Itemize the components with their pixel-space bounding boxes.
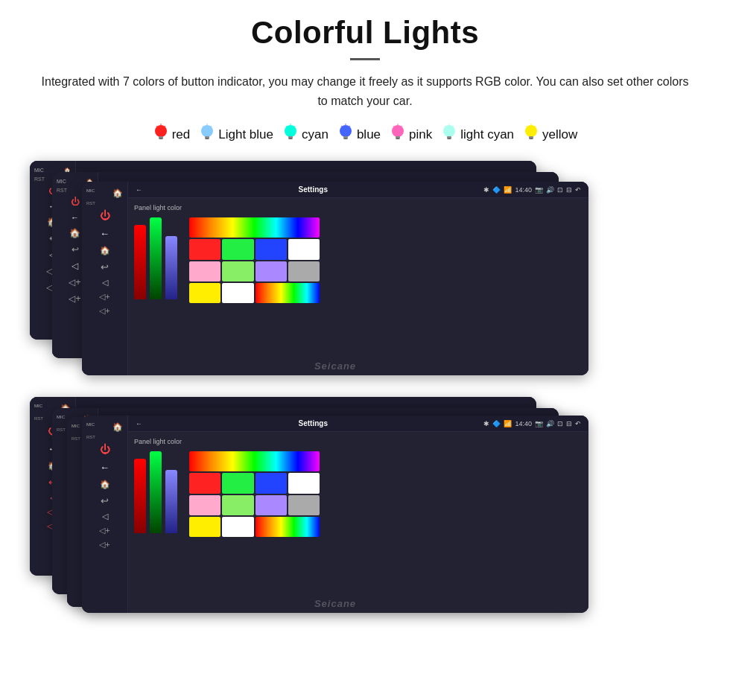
color-label-text-light-cyan: light cyan: [460, 127, 514, 142]
color-label-text-blue: blue: [357, 127, 381, 142]
color-label-text-Light-blue: Light blue: [218, 127, 273, 142]
top-screens-section: MIC🏠 RST ⏻ ← 🏠 ↩ ◁ ◁+ ◁+: [22, 161, 730, 377]
svg-rect-32: [448, 139, 451, 140]
bottom-panel-label: Panel light color: [134, 438, 583, 445]
page-title: Colorful Lights: [22, 15, 708, 51]
color-label-text-cyan: cyan: [302, 127, 328, 142]
bulb-icon-red: [153, 124, 169, 146]
bottom-screens-section: MIC🏠 RST ⏻ ← 🏠 ↩ ◁ ◁+ ◁+: [22, 393, 730, 613]
color-label-red: red: [153, 124, 191, 146]
color-bar-red: [134, 225, 146, 299]
bottom-topbar-title: Settings: [299, 419, 328, 427]
svg-rect-26: [396, 139, 400, 140]
header-divider: [350, 58, 380, 60]
color-label-text-yellow: yellow: [542, 127, 577, 142]
color-label-text-red: red: [172, 127, 191, 142]
color-label-text-pink: pink: [409, 127, 432, 142]
svg-rect-8: [206, 139, 209, 140]
color-label-light-cyan: light cyan: [441, 124, 514, 146]
device-time: 14:40: [515, 186, 532, 194]
bottom-screens-row: MIC🏠 RST ⏻ ← 🏠 ↩ ◁ ◁+ ◁+: [22, 393, 730, 613]
bulb-icon-pink: [390, 124, 406, 146]
svg-rect-20: [343, 139, 347, 140]
header-description: Integrated with 7 colors of button indic…: [41, 72, 689, 110]
svg-rect-14: [288, 139, 292, 140]
bulb-icon-light-cyan: [441, 124, 457, 146]
color-label-cyan: cyan: [282, 124, 328, 146]
bulb-icon-yellow: [523, 124, 539, 146]
color-label-blue: blue: [337, 124, 381, 146]
top-screens-row: MIC🏠 RST ⏻ ← 🏠 ↩ ◁ ◁+ ◁+: [22, 161, 730, 377]
color-bar-blue: [165, 236, 177, 299]
color-label-Light-blue: Light blue: [199, 124, 273, 146]
panel-label: Panel light color: [134, 204, 583, 211]
svg-rect-2: [159, 139, 162, 140]
bulb-icon-blue: [337, 124, 354, 146]
color-label-yellow: yellow: [523, 124, 577, 146]
screen-front-top: MIC🏠 RST ⏻ ← 🏠 ↩ ◁ ◁+ ◁+ ←: [82, 182, 588, 375]
color-label-pink: pink: [390, 124, 432, 146]
bulb-icon-cyan: [282, 124, 299, 146]
color-bar-green: [150, 217, 162, 299]
topbar-title: Settings: [299, 185, 328, 194]
bottom-device-time: 14:40: [515, 420, 532, 427]
svg-rect-38: [530, 139, 533, 140]
screen-front-bottom: MIC🏠 RST ⏻ ← 🏠 ↩ ◁ ◁+ ◁+ ← Settings: [82, 416, 588, 613]
page-container: Colorful Lights Integrated with 7 colors…: [0, 0, 730, 652]
bulb-icon-Light-blue: [199, 124, 215, 146]
color-labels-row: red Light blue cyan blue: [22, 124, 708, 146]
